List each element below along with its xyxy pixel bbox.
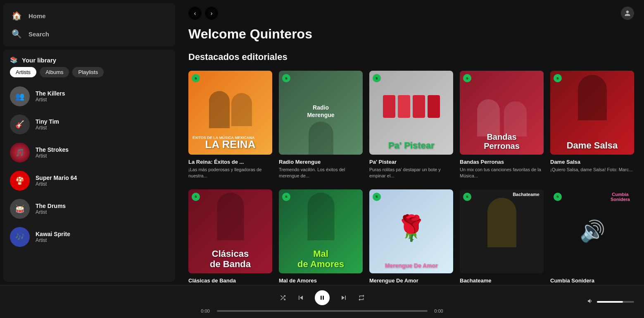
list-item[interactable]: 🥁 The Drums Artist	[3, 195, 175, 223]
card-title: Mal de Amores	[279, 277, 363, 284]
artist-name: The Strokes	[36, 146, 69, 153]
time-total: 0:00	[432, 308, 446, 313]
card-image-mal-amores: S Malde Amores	[279, 189, 363, 273]
main-content: ‹ › Welcome Quinteros Destacados editori…	[178, 0, 644, 285]
card-image-la-reina: S LA REINA ÉXITOS DE LA MÚSICA MEXICANA	[188, 71, 272, 155]
card-desc: Puras rolitas pa' destapar un bote y emp…	[369, 167, 453, 179]
card-image-radio-merengue: S RadioMerengue	[279, 71, 363, 155]
artist-info-strokes: The Strokes Artist	[36, 146, 69, 159]
avatar: 🎶	[10, 227, 30, 247]
card-cumbia-sonidera[interactable]: S CumbiaSonidera 🔊 Cumbia Sonidera	[550, 189, 634, 285]
artist-info-killers: The Killers Artist	[36, 90, 65, 103]
card-bachateame[interactable]: S Bachateame Bachateame	[460, 189, 544, 285]
card-overlay: BandasPerronas	[464, 132, 539, 151]
volume-icon	[587, 298, 594, 306]
artist-name: Super Mario 64	[36, 175, 77, 181]
card-title: Pa' Pistear	[369, 159, 453, 165]
artist-name: The Drums	[36, 203, 66, 209]
artist-type: Artist	[36, 237, 70, 243]
sidebar-nav: 🏠 Home 🔍 Search	[3, 3, 175, 46]
play-pause-button[interactable]	[315, 290, 330, 305]
artist-name: Tiny Tim	[36, 118, 59, 125]
spotify-logo: S	[373, 193, 381, 201]
filter-artists[interactable]: Artists	[10, 67, 36, 77]
shuffle-button[interactable]	[279, 294, 287, 301]
card-artwork: S RadioMerengue	[279, 71, 363, 155]
card-overlay: Clásicasde Banda	[192, 249, 268, 269]
volume-fill	[597, 301, 623, 303]
back-button[interactable]: ‹	[188, 7, 202, 20]
card-desc: Un mix con tus canciones favoritas de la…	[460, 167, 544, 179]
card-overlay: Pa' Pistear	[373, 141, 449, 151]
card-dame-salsa[interactable]: S Dame Salsa Dame Salsa ¡Quiero Salsa, d…	[550, 71, 634, 179]
previous-button[interactable]	[297, 294, 305, 302]
player-controls: 0:00 0:00	[198, 290, 446, 313]
spotify-logo: S	[282, 193, 290, 201]
filter-albums[interactable]: Albums	[40, 67, 69, 77]
card-bandas-perronas[interactable]: S BandasPerronas Bandas Perronas Un mix …	[460, 71, 544, 179]
card-pa-pistear[interactable]: S Pa' Pistear Pa' Pistear Pur	[369, 71, 453, 179]
card-image-merengue-amor: S 🌹 Merengue De Amor	[369, 189, 453, 273]
avatar: 🍄	[10, 171, 30, 191]
card-artwork: S Dame Salsa	[550, 71, 634, 155]
card-artwork: S CumbiaSonidera 🔊	[550, 189, 634, 273]
card-la-reina[interactable]: S LA REINA ÉXITOS DE LA MÚSICA MEXICANA …	[188, 71, 272, 179]
artist-type: Artist	[36, 209, 66, 215]
card-image-dame-salsa: S Dame Salsa	[550, 71, 634, 155]
spotify-logo: S	[554, 193, 562, 201]
card-artwork: S Clásicasde Banda	[188, 189, 272, 273]
killers-avatar-icon: 👥	[15, 92, 24, 101]
search-label: Search	[29, 31, 49, 38]
card-desc: ¡Las más poderosas y llegadoras de nuest…	[188, 167, 272, 179]
card-merengue-amor[interactable]: S 🌹 Merengue De Amor Merengue De Amor	[369, 189, 453, 285]
library-icon: 📚	[10, 56, 18, 64]
content-area: Welcome Quinteros Destacados editoriales…	[178, 26, 644, 285]
progress-bar[interactable]	[217, 310, 428, 312]
next-button[interactable]	[340, 294, 348, 302]
home-label: Home	[29, 12, 46, 19]
list-item[interactable]: 🎵 The Strokes Artist	[3, 139, 175, 167]
volume-control	[587, 298, 634, 306]
search-icon: 🔍	[12, 29, 22, 39]
card-radio-merengue[interactable]: S RadioMerengue Radio Merengue Tremendo …	[279, 71, 363, 179]
spotify-logo: S	[282, 74, 290, 82]
card-image-bachateame: S Bachateame	[460, 189, 544, 273]
cards-grid-row1: S LA REINA ÉXITOS DE LA MÚSICA MEXICANA …	[188, 71, 634, 179]
supermario-avatar-icon: 🍄	[15, 176, 24, 185]
list-item[interactable]: 🍄 Super Mario 64 Artist	[3, 167, 175, 195]
user-menu-button[interactable]	[621, 7, 634, 20]
card-mal-amores[interactable]: S Malde Amores Mal de Amores	[279, 189, 363, 285]
artist-type: Artist	[36, 125, 59, 131]
drums-avatar-icon: 🥁	[15, 204, 24, 213]
sidebar-item-search[interactable]: 🔍 Search	[3, 25, 175, 43]
card-image-pa-pistear: S Pa' Pistear	[369, 71, 453, 155]
card-title: Bachateame	[460, 277, 544, 284]
section-title: Destacados editoriales	[188, 52, 634, 62]
card-title: Clásicas de Banda	[188, 277, 272, 284]
card-artwork: S Pa' Pistear	[369, 71, 453, 155]
filter-playlists[interactable]: Playlists	[72, 67, 104, 77]
list-item[interactable]: 👥 The Killers Artist	[3, 82, 175, 110]
tinytim-avatar-icon: 🎸	[15, 120, 24, 129]
page-title: Welcome Quinteros	[188, 26, 634, 42]
topbar: ‹ ›	[178, 0, 644, 26]
avatar: 👥	[10, 86, 30, 106]
library-title: Your library	[22, 57, 56, 64]
list-item[interactable]: 🎶 Kawai Sprite Artist	[3, 223, 175, 251]
avatar: 🥁	[10, 199, 30, 219]
artist-name: Kawai Sprite	[36, 231, 70, 237]
card-clasicas-banda[interactable]: S Clásicasde Banda Clásicas de Banda	[188, 189, 272, 285]
forward-button[interactable]: ›	[205, 7, 218, 20]
card-overlay: Dame Salsa	[554, 141, 630, 151]
repeat-button[interactable]	[358, 294, 365, 301]
spotify-logo: S	[463, 193, 471, 201]
artist-info-drums: The Drums Artist	[36, 203, 66, 215]
list-item[interactable]: 🎸 Tiny Tim Artist	[3, 110, 175, 139]
topbar-nav: ‹ ›	[188, 7, 218, 20]
card-desc: ¡Quiero Salsa, dame Salsa! Foto: Marc...	[550, 167, 634, 173]
card-image-bandas-perronas: S BandasPerronas	[460, 71, 544, 155]
kawai-avatar-icon: 🎶	[15, 232, 24, 241]
library-section: 📚 Your library Artists Albums Playlists …	[3, 50, 175, 282]
sidebar-item-home[interactable]: 🏠 Home	[3, 7, 175, 25]
volume-slider[interactable]	[597, 301, 634, 303]
